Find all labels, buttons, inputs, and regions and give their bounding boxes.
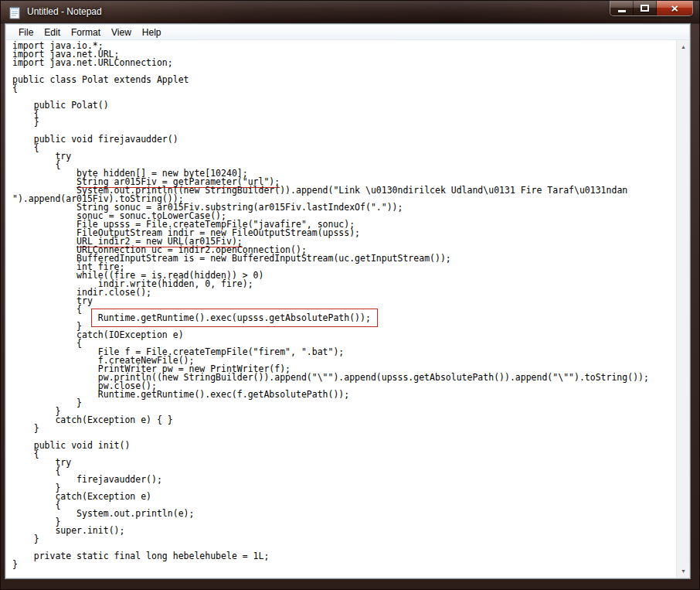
code-line: public class Polat extends Applet [12, 76, 676, 84]
code-text: super.init(); [55, 525, 124, 536]
maximize-icon [641, 5, 649, 12]
vertical-scrollbar[interactable]: ▲ ▼ [676, 40, 689, 578]
code-line: { [12, 450, 676, 459]
code-text: } [34, 117, 39, 128]
code-line: try [12, 152, 676, 161]
code-line [12, 93, 676, 101]
code-line: { [12, 144, 676, 152]
close-icon: × [671, 3, 678, 14]
scroll-down-button[interactable]: ▼ [677, 564, 690, 578]
menu-item-format[interactable]: Format [66, 26, 106, 39]
code-text: } [76, 397, 82, 408]
code-line: Runtime.getRuntime().exec(upsss.getAbsol… [12, 314, 676, 322]
menu-item-view[interactable]: View [106, 26, 137, 39]
red-boxed-code: Runtime.getRuntime().exec(upsss.getAbsol… [91, 309, 378, 327]
code-text: pw.println((new StringBuilder()).append(… [98, 372, 649, 383]
code-text: catch(Exception e) [55, 491, 151, 502]
code-text: BufferedInputStream is = new BufferedInp… [76, 253, 451, 264]
code-line: { [12, 84, 676, 93]
code-text: Runtime.getRuntime().exec(f.getAbsoluteP… [98, 389, 349, 400]
code-line: } [12, 425, 676, 433]
scroll-down-icon: ▼ [681, 568, 686, 574]
code-text: public void init() [34, 440, 131, 451]
code-line: super.init(); [12, 527, 676, 535]
menu-item-help[interactable]: Help [137, 26, 167, 39]
menu-item-file[interactable]: File [13, 26, 39, 39]
code-line: indir.close(); [12, 288, 676, 297]
code-text: public Polat() [34, 100, 109, 111]
code-line: } [12, 535, 676, 544]
code-text: public void firejavaudder() [34, 134, 178, 145]
client-area: FileEditFormatViewHelp import java.io.*;… [5, 24, 690, 578]
menu-item-edit[interactable]: Edit [39, 26, 66, 39]
code-text: public class Polat extends Applet [12, 74, 189, 85]
menu-bar: FileEditFormatViewHelp [6, 25, 689, 40]
code-text: System.out.println(e); [76, 508, 194, 519]
code-text: } [34, 534, 39, 544]
code-line: private static final long hebelehubele =… [12, 552, 676, 561]
code-text: import java.net.URLConnection; [12, 57, 173, 68]
code-line: Runtime.getRuntime().exec(f.getAbsoluteP… [12, 390, 676, 399]
code-line: import java.net.URLConnection; [12, 59, 676, 67]
code-line: firejavaudder(); [12, 476, 676, 484]
code-line: { [12, 110, 676, 118]
code-text: { [12, 83, 18, 94]
scroll-up-icon: ▲ [681, 44, 686, 49]
code-line: } [12, 561, 676, 569]
title-bar[interactable]: Untitled - Notepad × [1, 1, 699, 24]
code-text: firejavaudder(); [76, 474, 162, 485]
code-line: catch(Exception e) { } [12, 416, 676, 425]
code-area[interactable]: import java.io.*;import java.net.URL;imp… [6, 40, 676, 578]
maximize-button[interactable] [634, 1, 657, 15]
notepad-window: Untitled - Notepad × FileEditFormatViewH… [0, 0, 700, 590]
code-line: public Polat() [12, 101, 676, 110]
code-line: try [12, 297, 676, 305]
scroll-up-button[interactable]: ▲ [677, 40, 690, 53]
code-line: System.out.println(e); [12, 510, 676, 518]
code-text: catch(IOException e) [76, 329, 183, 340]
minimize-button[interactable] [610, 1, 634, 15]
close-button[interactable]: × [657, 1, 692, 15]
caption-buttons: × [610, 1, 693, 16]
window-title: Untitled - Notepad [27, 6, 102, 17]
code-text: catch(Exception e) { } [55, 414, 172, 425]
code-line: catch(Exception e) [12, 493, 676, 501]
code-text: } [34, 423, 39, 434]
code-line: try [12, 459, 676, 467]
code-line: } [12, 118, 676, 127]
code-line: public void firejavaudder() [12, 135, 676, 144]
code-text: private static final long hebelehubele =… [34, 551, 270, 561]
code-text: } [12, 559, 18, 570]
notepad-icon [8, 5, 22, 19]
minimize-icon [618, 10, 626, 12]
code-line: public void init() [12, 442, 676, 450]
code-line: catch(IOException e) [12, 331, 676, 339]
code-line: } [12, 399, 676, 408]
